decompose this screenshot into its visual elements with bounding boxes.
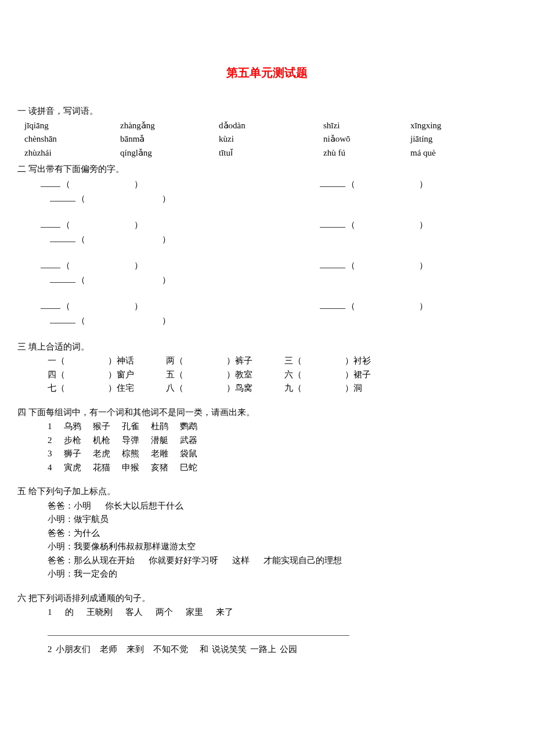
fill-word: 住宅 [117,383,134,393]
radical-blank[interactable]: （） [50,314,171,327]
fill-word: 衬衫 [353,356,371,365]
group-row: 4寅虎花猫申猴亥猪巳蛇 [17,461,517,474]
pinyin-cell: qínglǎng [120,146,219,160]
fill-num: 八 [166,383,175,393]
word: 寅虎 [64,461,81,474]
fill-num: 两 [166,356,175,365]
fill-word: 鸟窝 [235,383,252,393]
segment: 那么从现在开始 [74,556,135,565]
pinyin-cell: shīzi [323,119,410,132]
speaker: 小明： [48,542,74,551]
word: 鹦鹉 [180,420,197,433]
reorder-q1: 1的王晓刚客人两个家里来了 [17,606,517,619]
section-6-heading: 六 把下列词语排列成通顺的句子。 [17,592,517,605]
word: 潜艇 [151,434,168,447]
dialog-line: 爸爸：为什么 [17,527,517,540]
word: 老雕 [151,447,168,460]
radical-blank[interactable]: （） [41,218,143,232]
word: 导弹 [122,434,139,447]
fill-row: 七（）住宅 八（）鸟窝 九（）洞 [17,381,517,395]
page-title: 第五单元测试题 [17,64,517,81]
segment: 你长大以后想干什么 [105,501,183,510]
pinyin-row-2: chènshān bānmǎ kùzi niǎowō jiātíng [17,132,517,146]
token: 小朋友们 [56,645,91,654]
radical-group-4: （） （） （） [17,300,517,327]
fill-num: 七 [48,383,56,393]
pinyin-row-3: zhùzhái qínglǎng tītuǐ zhù fú má què [17,146,517,160]
word: 武器 [180,434,197,447]
pinyin-cell: zhàngǎng [120,119,219,132]
word: 花猫 [93,461,110,474]
radical-blank[interactable]: （） [41,300,143,313]
group-row: 1乌鸦猴子孔雀杜鹃鹦鹉 [17,420,517,433]
q-num: 1 [48,607,52,617]
pinyin-row-1: jīqiāng zhàngǎng dǎodàn shīzi xīngxing [17,119,517,132]
segment: 才能实现自己的理想 [264,556,342,565]
pinyin-cell: bānmǎ [120,132,219,146]
radical-blank[interactable]: （） [320,300,428,313]
word: 猴子 [93,420,110,433]
token: 王晓刚 [86,607,113,617]
dialog-line: 小明：我要像杨利伟叔叔那样遨游太空 [17,540,517,553]
fill-word: 窗户 [117,370,134,379]
radical-blank[interactable]: （） [320,178,428,191]
word: 申猴 [122,461,139,474]
segment: 我一定会的 [74,569,117,578]
word: 亥猪 [151,461,168,474]
q-num: 2 [48,645,52,654]
row-num: 4 [48,461,52,474]
row-num: 3 [48,447,52,460]
segment: 你就要好好学习呀 [149,556,218,565]
token: 公园 [280,645,297,654]
token: 客人 [125,607,143,617]
pinyin-cell: tītuǐ [219,146,323,160]
token: 说说笑笑 [212,645,247,654]
section-3-heading: 三 填上合适的词。 [17,340,517,354]
segment: 我要像杨利伟叔叔那样遨游太空 [74,542,196,551]
pinyin-cell: jiātíng [410,132,480,146]
fill-word: 教室 [235,370,252,379]
fill-num: 一 [48,356,56,365]
radical-group-2: （） （） （） [17,218,517,246]
dialog-line: 小明：做宇航员 [17,513,517,526]
fill-word: 裙子 [353,370,371,379]
row-num: 1 [48,420,52,433]
pinyin-cell: dǎodàn [219,119,323,132]
fill-row: 一（）神话 两（）裤子 三（）衬衫 [17,354,517,368]
word: 杜鹃 [151,420,168,433]
radical-group-1: （） （） （） [17,178,517,206]
speaker: 爸爸： [48,556,74,565]
fill-word: 裤子 [235,356,252,365]
speaker: 小明： [48,569,74,578]
segment: 小明 [74,501,91,510]
dialog-line: 爸爸：小明你长大以后想干什么 [17,499,517,513]
token: 两个 [156,607,173,617]
radical-blank[interactable]: （） [50,192,171,206]
answer-line[interactable] [48,635,349,636]
token: 来了 [216,607,233,617]
section-2-heading: 二 写出带有下面偏旁的字。 [17,163,517,176]
token: 一路上 [250,645,276,654]
radical-blank[interactable]: （） [41,178,143,191]
token: 老师 [100,645,117,654]
pinyin-cell: zhùzhái [24,146,120,160]
token: 的 [65,607,74,617]
segment: 为什么 [74,528,100,538]
group-row: 2步枪机枪导弹潜艇武器 [17,434,517,447]
pinyin-cell: xīngxing [410,119,480,132]
segment: 这样 [232,556,250,565]
radical-blank[interactable]: （） [50,233,171,246]
pinyin-cell: jīqiāng [24,119,120,132]
token: 和 [200,645,208,654]
radical-blank[interactable]: （） [320,218,428,232]
fill-num: 五 [166,370,175,379]
section-1-heading: 一 读拼音，写词语。 [17,105,517,118]
fill-num: 四 [48,370,56,379]
word: 巳蛇 [180,461,197,474]
radical-blank[interactable]: （） [320,259,428,272]
radical-blank[interactable]: （） [50,273,171,287]
word: 机枪 [93,434,110,447]
radical-blank[interactable]: （） [41,259,143,272]
fill-num: 六 [284,370,293,379]
segment: 做宇航员 [74,514,109,524]
